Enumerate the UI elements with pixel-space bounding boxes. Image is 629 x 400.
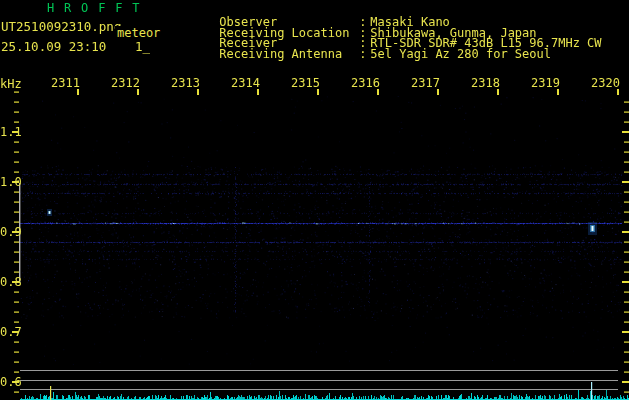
info-label: Receiving Antenna [219,48,359,60]
info-colon: : [359,48,370,60]
freq-tick-label: 0.8 [0,275,20,289]
time-tick-label: 2312 [110,76,140,90]
time-tick-label: 2320 [590,76,620,90]
time-tick-label: 2316 [350,76,380,90]
freq-tick-label: 0.9 [0,225,20,239]
hrofft-window: H R O F F T UT2510092310.png meteor 25.1… [0,0,629,400]
time-tick-label: 2315 [290,76,320,90]
capture-filename: UT2510092310.png [1,19,121,34]
freq-axis-unit: kHz [0,77,22,91]
time-tick-label: 2318 [470,76,500,90]
freq-tick-label: 0.7 [0,325,20,339]
freq-tick-label: 1.1 [0,125,20,139]
app-title: H R O F F T [47,1,141,15]
time-tick-label: 2317 [410,76,440,90]
time-tick-label: 2311 [50,76,80,90]
station-label: meteor [115,26,162,40]
echo-counter: 1_ [135,39,150,54]
time-tick-label: 2319 [530,76,560,90]
time-tick-label: 2313 [170,76,200,90]
freq-tick-label: 1.0 [0,175,20,189]
info-value: 5el Yagi Az 280 for Seoul [370,47,551,61]
time-tick-label: 2314 [230,76,260,90]
info-row-antenna: Receiving Antenna:5el Yagi Az 280 for Se… [176,36,551,72]
station-info-block: Observer:Masaki Kano Receiving Location:… [176,4,628,54]
capture-datetime: 25.10.09 23:10 [1,39,106,54]
freq-tick-label: 0.6 [0,375,20,389]
